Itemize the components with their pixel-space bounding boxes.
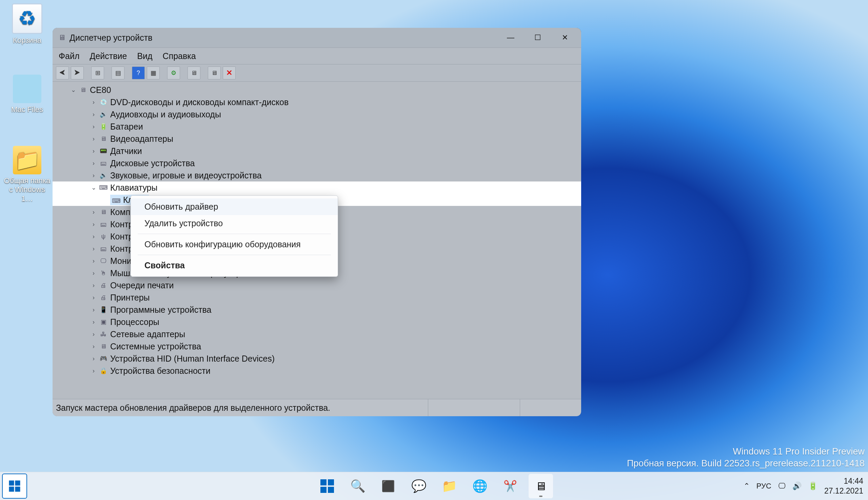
expand-icon[interactable]: › [90, 172, 97, 179]
tree-category[interactable]: ›🔊Звуковые, игровые и видеоустройства [53, 169, 581, 181]
expand-icon[interactable]: › [90, 282, 97, 289]
edge-button[interactable]: 🌐 [467, 474, 492, 498]
tree-category[interactable]: ›🖥Системные устройства [53, 340, 581, 352]
tray-battery-icon[interactable]: 🔋 [808, 482, 818, 490]
expand-icon[interactable]: › [90, 343, 97, 350]
tree-category-label: Видеоадаптеры [110, 134, 173, 144]
category-icon: 🖴 [99, 159, 108, 167]
watermark-line1: Windows 11 Pro Insider Preview [627, 446, 865, 458]
tray-clock[interactable]: 14:44 27.12.2021 [824, 476, 863, 496]
uninstall-device-button[interactable]: ✕ [223, 67, 236, 79]
tray-overflow-button[interactable]: ⌃ [743, 482, 750, 490]
expand-icon[interactable]: › [90, 233, 97, 240]
expand-icon[interactable]: › [90, 221, 97, 228]
tree-category[interactable]: ›🖨Очереди печати [53, 279, 581, 292]
expand-icon[interactable]: › [90, 208, 97, 216]
ctx-update-driver[interactable]: Обновить драйвер [131, 198, 338, 215]
ctx-scan-hardware[interactable]: Обновить конфигурацию оборудования [131, 236, 338, 253]
expand-icon[interactable]: › [90, 160, 97, 167]
tree-category-label: Клавиатуры [110, 183, 157, 193]
menu-view[interactable]: Вид [137, 51, 152, 61]
explorer-button[interactable]: 📁 [437, 474, 462, 498]
tray-display-icon[interactable]: 🖵 [778, 482, 786, 490]
desktop-icon-recycle-bin[interactable]: ♻ Корзина [3, 3, 51, 45]
category-icon: 🖧 [99, 330, 108, 338]
desktop-icon-mac-files[interactable]: Mac Files [3, 75, 51, 114]
update-driver-button[interactable]: ⚙ [167, 67, 180, 79]
expand-icon[interactable]: › [90, 331, 97, 338]
tree-category[interactable]: ›🔒Устройства безопасности [53, 365, 581, 377]
category-icon: 🎮 [99, 355, 108, 362]
expand-icon[interactable]: › [90, 270, 97, 277]
tree-category-label: DVD-дисководы и дисководы компакт-дисков [110, 97, 289, 107]
tree-category[interactable]: ›🖥Видеоадаптеры [53, 133, 581, 145]
tray-time: 14:44 [824, 476, 863, 486]
tree-category[interactable]: ›▣Процессоры [53, 316, 581, 328]
scan-hardware-button[interactable]: 🖥 [187, 67, 200, 79]
forward-button[interactable]: ⮞ [71, 67, 84, 79]
expand-icon[interactable]: › [90, 135, 97, 143]
expand-icon[interactable]: › [90, 245, 97, 252]
category-icon: 💿 [99, 98, 108, 106]
expand-icon[interactable]: › [90, 111, 97, 118]
expand-icon[interactable]: › [90, 148, 97, 155]
collapse-icon[interactable]: ⌄ [70, 86, 77, 94]
titlebar[interactable]: 🖥 Диспетчер устройств — ☐ ✕ [53, 28, 581, 47]
tree-root[interactable]: ⌄ 🖥 CE80 [53, 84, 581, 96]
ctx-properties[interactable]: Свойства [131, 257, 338, 274]
device-icon: ⌨ [112, 197, 121, 205]
tree-category[interactable]: ›🖨Принтеры [53, 292, 581, 304]
view-button[interactable]: ▦ [147, 67, 160, 79]
tray-volume-icon[interactable]: 🔊 [792, 482, 801, 490]
search-button[interactable]: 🔍 [346, 474, 370, 498]
expand-icon[interactable]: › [90, 258, 97, 264]
category-icon: ▣ [99, 318, 108, 326]
tree-category[interactable]: ›🎮Устройства HID (Human Interface Device… [53, 352, 581, 365]
toolbar: ⮜ ⮞ ⊞ ▤ ? ▦ ⚙ 🖥 🖥 ✕ [53, 65, 581, 82]
collapse-icon[interactable]: ⌄ [90, 184, 97, 191]
snipping-tool-button[interactable]: ✂️ [498, 474, 522, 498]
recycle-bin-icon: ♻ [12, 3, 42, 34]
properties-button[interactable]: ▤ [112, 67, 125, 79]
menu-action[interactable]: Действие [90, 51, 127, 61]
mac-files-label: Mac Files [3, 105, 51, 114]
start-button[interactable] [315, 474, 339, 498]
tray-language[interactable]: РУС [756, 482, 771, 490]
tree-category[interactable]: ›🔊Аудиовходы и аудиовыходы [53, 108, 581, 121]
tree-category[interactable]: ›🖧Сетевые адаптеры [53, 328, 581, 340]
expand-icon[interactable]: › [90, 99, 97, 106]
tree-category[interactable]: ›💿DVD-дисководы и дисководы компакт-диск… [53, 96, 581, 108]
expand-icon[interactable]: › [90, 123, 97, 130]
tree-category[interactable]: ›🔋Батареи [53, 121, 581, 133]
window-title: Диспетчер устройств [70, 33, 497, 43]
tree-category-label: Сетевые адаптеры [110, 329, 185, 339]
minimize-button[interactable]: — [497, 29, 524, 46]
tree-category[interactable]: ⌄⌨Клавиатуры [53, 181, 581, 194]
menu-help[interactable]: Справка [163, 51, 196, 61]
menu-file[interactable]: Файл [59, 51, 79, 61]
tree-category-label: Устройства HID (Human Interface Devices) [110, 354, 275, 364]
ctx-remove-device[interactable]: Удалить устройство [131, 215, 338, 232]
context-menu: Обновить драйвер Удалить устройство Обно… [130, 195, 338, 277]
chat-button[interactable]: 💬 [406, 474, 431, 498]
enable-device-button[interactable]: 🖥 [208, 67, 221, 79]
expand-icon[interactable]: › [90, 294, 97, 301]
tree-category[interactable]: ›📱Программные устройства [53, 304, 581, 316]
category-icon: 🖱 [99, 269, 108, 277]
show-hide-tree-button[interactable]: ⊞ [91, 67, 104, 79]
tree-category[interactable]: ›🖴Дисковые устройства [53, 157, 581, 169]
expand-icon[interactable]: › [90, 319, 97, 326]
close-button[interactable]: ✕ [551, 29, 578, 46]
device-manager-taskbar-button[interactable]: 🖥 [529, 474, 553, 498]
task-view-button[interactable]: ⬛ [376, 474, 401, 498]
widgets-button[interactable] [2, 474, 27, 499]
back-button[interactable]: ⮜ [56, 67, 69, 79]
maximize-button[interactable]: ☐ [524, 29, 551, 46]
expand-icon[interactable]: › [90, 355, 97, 362]
help-button[interactable]: ? [132, 67, 145, 79]
desktop-icon-shared-folder[interactable]: 📁 Общая папка с Windows 1… [3, 146, 51, 203]
expand-icon[interactable]: › [90, 367, 97, 375]
expand-icon[interactable]: › [90, 306, 97, 314]
tree-category-label: Устройства безопасности [110, 366, 210, 376]
tree-category[interactable]: ›📟Датчики [53, 145, 581, 157]
